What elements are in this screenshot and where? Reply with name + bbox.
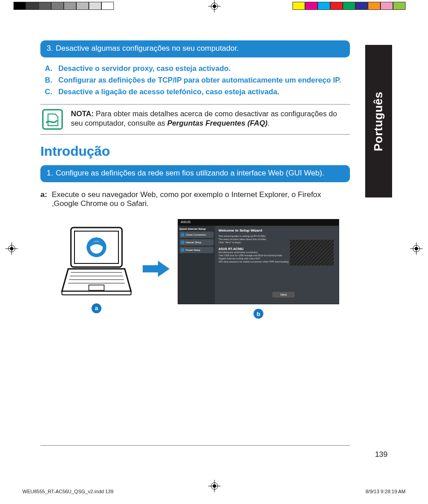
- illustration-row: a ASUS Quick Internet Setup Check Connec…: [58, 219, 350, 319]
- slug-file: WEU8555_RT-AC56U_QSG_v2.indd 139: [22, 489, 114, 494]
- note-body-after: .: [267, 119, 270, 127]
- note-icon: [42, 109, 63, 130]
- sub-step-letter: A.: [45, 64, 54, 73]
- step-a: a: Execute o seu navegador Web, como por…: [40, 190, 350, 208]
- sub-step-text: Configurar as definições de TCP/IP para …: [58, 76, 350, 84]
- badge-a: a: [92, 303, 101, 313]
- footer-rule: [40, 445, 350, 446]
- step-1-number: 1.: [47, 169, 53, 178]
- svg-rect-24: [89, 285, 104, 290]
- wizard-line: This wizard guides in setting up RT-AC56…: [218, 235, 335, 237]
- note-faq: Perguntas Frequentes (FAQ): [167, 119, 268, 127]
- svg-marker-25: [143, 261, 170, 277]
- wizard-nav: Quick Internet Setup Check Connection In…: [178, 226, 215, 304]
- svg-rect-19: [62, 291, 131, 295]
- language-tab-label: Português: [372, 91, 386, 151]
- step-1-bubble: 1. Configure as definições da rede sem f…: [40, 165, 350, 182]
- note-text: NOTA: Para obter mais detalhes acerca de…: [71, 109, 348, 130]
- sub-step-text: Desactive o servidor proxy, caso esteja …: [58, 64, 350, 73]
- wizard-nav-label: Internet Setup: [186, 241, 201, 244]
- sub-step-letter: B.: [45, 76, 54, 84]
- wizard-nav-item: Router Setup: [179, 247, 214, 253]
- sub-step-b: B. Configurar as definições de TCP/IP pa…: [40, 75, 350, 86]
- wizard-main: Welcome to Setup Wizard This wizard guid…: [215, 226, 339, 304]
- sub-step-letter: C.: [45, 88, 54, 96]
- badge-b: b: [253, 309, 263, 319]
- language-tab: Português: [365, 45, 392, 197]
- print-slug: WEU8555_RT-AC56U_QSG_v2.indd 139 8/9/13 …: [22, 489, 406, 494]
- step-3-bubble: 3. Desactive algumas configurações no se…: [40, 40, 350, 57]
- router-image: [289, 239, 334, 266]
- dot-icon: [181, 241, 184, 244]
- wizard-next-button: Next: [272, 292, 295, 298]
- wizard-nav-head: Quick Internet Setup: [179, 228, 214, 230]
- badge-label: a: [95, 305, 98, 311]
- sub-step-text: Desactive a ligação de acesso telefónico…: [58, 88, 350, 96]
- arrow-icon: [143, 260, 170, 278]
- section-title: Introdução: [40, 144, 350, 159]
- wizard-nav-item: Check Connection: [179, 232, 214, 238]
- wizard-title: Welcome to Setup Wizard: [218, 228, 335, 232]
- dot-icon: [181, 233, 184, 237]
- note-label: NOTA:: [71, 110, 94, 118]
- registration-mark-icon: [5, 242, 18, 255]
- step-a-text: Execute o seu navegador Web, como por ex…: [52, 190, 350, 208]
- registration-mark-icon: [410, 242, 423, 255]
- printer-gray-bar: [13, 2, 117, 11]
- printer-color-bar: [293, 2, 406, 10]
- sub-step-c: C. Desactive a ligação de acesso telefón…: [40, 86, 350, 98]
- slug-date: 8/9/13 9:28:19 AM: [366, 489, 406, 494]
- badge-label: b: [257, 311, 260, 317]
- registration-mark-icon: [208, 0, 221, 13]
- wizard-brand: ASUS: [178, 219, 339, 226]
- step-3-text: Desactive algumas configurações no seu c…: [56, 44, 239, 53]
- setup-wizard-screenshot: ASUS Quick Internet Setup Check Connecti…: [178, 219, 339, 304]
- sub-step-a: A. Desactive o servidor proxy, caso este…: [40, 63, 350, 75]
- wizard-nav-label: Check Connection: [186, 233, 206, 236]
- step-3-number: 3.: [47, 44, 53, 53]
- step-a-label: a:: [40, 190, 47, 208]
- note-box: NOTA: Para obter mais detalhes acerca de…: [40, 104, 350, 135]
- wizard-nav-label: Router Setup: [186, 249, 200, 251]
- laptop-icon: [58, 225, 135, 299]
- sub-step-list: A. Desactive o servidor proxy, caso este…: [40, 63, 350, 98]
- wizard-nav-item: Internet Setup: [179, 239, 214, 245]
- page-number: 139: [78, 450, 388, 459]
- svg-rect-17: [74, 231, 118, 263]
- dot-icon: [181, 248, 184, 252]
- step-1-text: Configure as definições da rede sem fios…: [56, 169, 324, 178]
